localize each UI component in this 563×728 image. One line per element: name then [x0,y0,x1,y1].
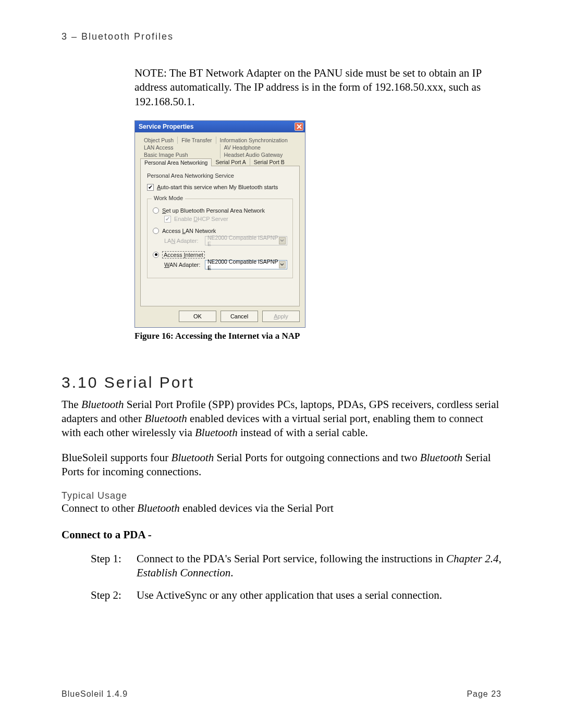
figure-caption: Figure 16: Accessing the Internet via a … [134,331,501,341]
para-1: The Bluetooth Serial Port Profile (SPP) … [62,398,501,440]
step-2: Step 2: Use ActiveSync or any other appl… [91,588,501,602]
autostart-checkbox[interactable]: ✔ [147,184,154,191]
tab-panel: Personal Area Networking Service ✔ Auto-… [140,166,300,306]
radio-internet[interactable] [153,252,159,258]
close-icon[interactable] [295,122,303,131]
step-1-body: Connect to the PDA's Serial Port service… [137,552,501,581]
service-label: Personal Area Networking Service [147,172,293,179]
work-mode-fieldset: Work Mode Set up Bluetooth Personal Area… [147,199,293,278]
tab-file-transfer[interactable]: File Transfer [178,137,216,144]
tab-lan-access[interactable]: LAN Access [140,144,221,151]
enable-dhcp-label: Enable DHCP Server [174,216,228,222]
section-heading: 3.10 Serial Port [62,374,501,391]
tab-av-headphone[interactable]: AV Headphone [221,144,300,151]
radio-lan-label: Access LAN Network [162,228,216,234]
step-2-label: Step 2: [91,588,128,602]
wan-adapter-label: WAN Adapter: [164,262,202,268]
para-2: BlueSoleil supports four Bluetooth Seria… [62,451,501,479]
tab-basic-image-push[interactable]: Basic Image Push [140,151,221,158]
radio-pan[interactable] [153,207,159,214]
tab-serial-port-b[interactable]: Serial Port B [250,158,288,166]
footer-product: BlueSoleil 1.4.9 [62,689,128,699]
chevron-down-icon[interactable] [279,261,286,268]
tab-serial-port-a[interactable]: Serial Port A [212,158,250,166]
wan-adapter-select[interactable]: NE2000 Compatible ISAPNP E [205,260,287,269]
chapter-header: 3 – Bluetooth Profiles [62,31,501,42]
radio-lan[interactable] [153,228,159,234]
tab-headset-audio-gateway[interactable]: Headset Audio Gateway [221,151,300,158]
dialog-title: Service Properties [139,123,193,130]
connect-pda-heading: Connect to a PDA - [62,528,501,541]
apply-button[interactable]: Apply [262,311,300,322]
service-properties-dialog: Service Properties Object Push File Tran… [134,120,305,328]
step-1: Step 1: Connect to the PDA's Serial Port… [91,552,501,581]
typical-usage-text: Connect to other Bluetooth enabled devic… [62,501,501,515]
step-1-label: Step 1: [91,552,128,581]
autostart-label: Auto-start this service when My Bluetoot… [157,184,278,190]
fieldset-legend: Work Mode [152,195,185,201]
typical-usage-heading: Typical Usage [62,490,501,501]
tabs-area: Object Push File Transfer Information Sy… [135,132,305,306]
tab-object-push[interactable]: Object Push [140,137,178,144]
ok-button[interactable]: OK [179,311,216,322]
cancel-button[interactable]: Cancel [221,311,258,322]
tab-info-sync[interactable]: Information Synchronization [216,137,291,144]
lan-adapter-label: LAN Adapter: [164,238,202,244]
dialog-titlebar: Service Properties [135,121,305,132]
tab-pan[interactable]: Personal Area Networking [140,158,212,166]
footer-page: Page 23 [467,689,501,699]
note-text: NOTE: The BT Network Adapter on the PANU… [134,66,491,109]
step-2-body: Use ActiveSync or any other application … [137,588,501,602]
radio-internet-label: Access Internet [162,252,205,258]
enable-dhcp-checkbox: ✔ [164,216,171,223]
radio-pan-label: Set up Bluetooth Personal Area Network [162,207,265,214]
lan-adapter-select: NE2000 Compatible ISAPNP E [205,236,287,245]
chevron-down-icon [279,237,286,244]
